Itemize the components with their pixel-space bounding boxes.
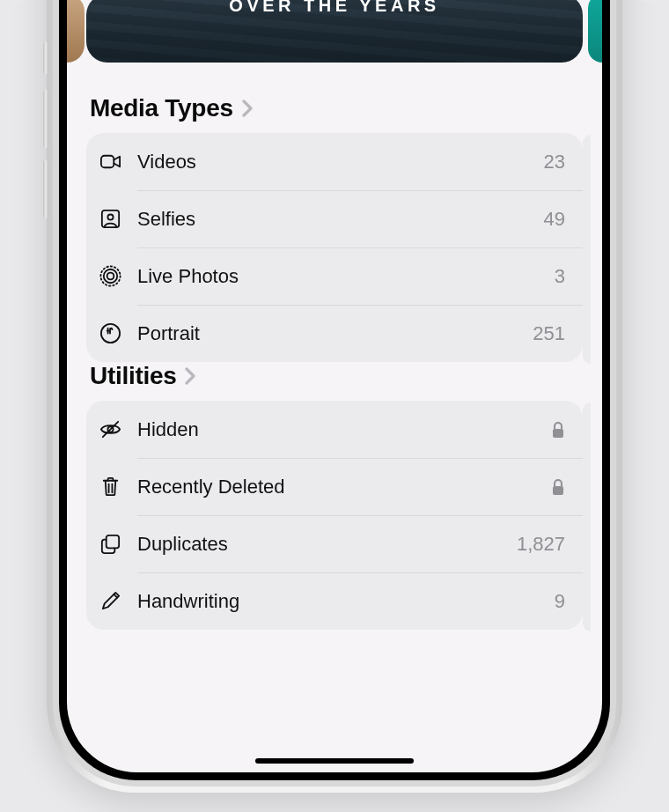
screen: OVER THE YEARS Media Types	[67, 0, 602, 772]
svg-rect-0	[101, 156, 114, 168]
pencil-icon	[99, 589, 137, 613]
home-indicator[interactable]	[255, 758, 414, 764]
row-count: 49	[544, 208, 565, 231]
memory-card-over-the-years[interactable]: OVER THE YEARS	[86, 0, 583, 63]
row-label: Live Photos	[137, 265, 555, 288]
svg-rect-13	[107, 535, 119, 548]
video-icon	[99, 150, 137, 173]
section-title: Utilities	[90, 362, 176, 390]
svg-point-2	[107, 214, 113, 219]
trash-icon	[99, 475, 137, 498]
section-title: Media Types	[90, 94, 233, 122]
row-count: 1,827	[517, 533, 565, 556]
row-label: Recently Deleted	[137, 476, 551, 498]
row-duplicates[interactable]: Duplicates 1,827	[86, 515, 583, 572]
row-count: 23	[544, 151, 565, 173]
phone-frame: OVER THE YEARS Media Types	[47, 0, 622, 793]
memory-card-title: OVER THE YEARS	[86, 0, 583, 16]
row-count: 3	[555, 265, 565, 288]
svg-rect-12	[553, 486, 563, 495]
row-label: Handwriting	[137, 590, 555, 613]
svg-rect-9	[553, 429, 563, 438]
media-types-card: Videos 23 Selfies 49	[86, 133, 583, 362]
side-button-volume-up	[43, 90, 48, 148]
lock-icon	[551, 478, 565, 496]
row-label: Hidden	[137, 418, 551, 441]
chevron-right-icon	[185, 367, 195, 385]
row-label: Duplicates	[137, 533, 517, 556]
row-videos[interactable]: Videos 23	[86, 133, 583, 190]
svg-point-3	[107, 273, 114, 280]
next-memory-peek[interactable]	[588, 0, 602, 63]
section-header-media-types[interactable]: Media Types	[86, 94, 583, 133]
duplicates-icon	[99, 532, 137, 556]
row-recently-deleted[interactable]: Recently Deleted	[86, 458, 583, 515]
row-live-photos[interactable]: Live Photos 3	[86, 247, 583, 305]
row-label: Videos	[137, 151, 544, 173]
side-button-silent	[43, 42, 48, 74]
utilities-card: Hidden Recently Deleted	[86, 401, 583, 630]
row-label: Portrait	[137, 322, 533, 345]
svg-rect-1	[102, 210, 119, 227]
row-count: 251	[533, 322, 565, 345]
livephoto-icon	[99, 264, 137, 288]
row-hidden[interactable]: Hidden	[86, 401, 583, 458]
media-types-next-peek[interactable]	[583, 135, 591, 364]
chevron-right-icon	[242, 100, 253, 117]
portrait-icon	[99, 321, 137, 345]
utilities-next-peek[interactable]	[583, 402, 591, 631]
row-handwriting[interactable]: Handwriting 9	[86, 572, 583, 630]
svg-line-8	[103, 422, 118, 437]
row-portrait[interactable]: Portrait 251	[86, 305, 583, 362]
svg-point-4	[104, 269, 117, 283]
selfie-icon	[99, 207, 137, 231]
hidden-icon	[99, 417, 137, 441]
lock-icon	[551, 421, 565, 439]
row-label: Selfies	[137, 208, 544, 231]
side-button-volume-down	[43, 160, 48, 218]
prev-memory-peek[interactable]	[67, 0, 85, 63]
section-header-utilities[interactable]: Utilities	[86, 362, 583, 401]
row-selfies[interactable]: Selfies 49	[86, 190, 583, 247]
row-count: 9	[555, 590, 565, 613]
